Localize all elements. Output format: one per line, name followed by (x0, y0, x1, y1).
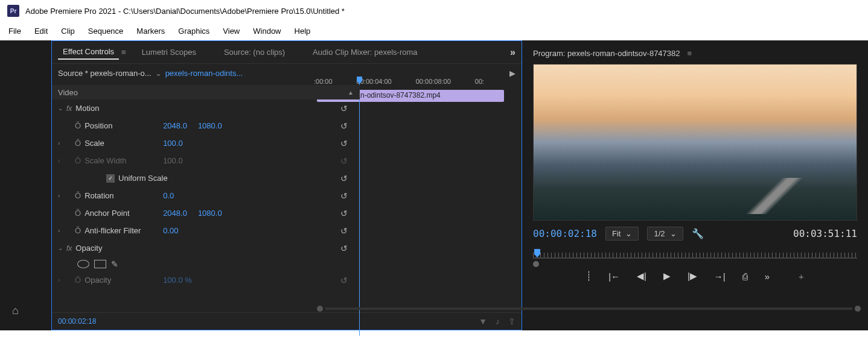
chevron-down-icon[interactable]: ⌄ (58, 245, 66, 251)
play-icon[interactable]: ▶ (663, 271, 671, 282)
panel-menu-icon[interactable]: ≡ (688, 49, 692, 58)
ellipse-mask-icon[interactable] (77, 260, 89, 268)
menu-markers[interactable]: Markers (136, 27, 165, 36)
reset-icon[interactable]: ↺ (340, 174, 348, 183)
tab-lumetri-scopes[interactable]: Lumetri Scopes (137, 45, 201, 59)
export-frame-icon[interactable]: ⎙ (742, 271, 748, 282)
marker-icon[interactable]: ┊ (586, 271, 592, 282)
scale-width-label: Scale Width (85, 156, 163, 165)
reset-icon[interactable]: ↺ (340, 226, 348, 236)
stopwatch-icon[interactable]: Ŏ (75, 226, 81, 235)
reset-icon[interactable]: ↺ (340, 276, 348, 285)
antiflicker-value[interactable]: 0.00 (163, 226, 178, 235)
overflow-icon[interactable]: » (510, 47, 515, 58)
scroll-handle-right[interactable] (855, 306, 861, 312)
reset-icon[interactable]: ↺ (340, 139, 348, 148)
chevron-right-icon[interactable]: › (58, 227, 66, 234)
panel-footer: 00:00:02:18 ▼ ♪ ⇪ (52, 312, 522, 330)
tab-audio-mixer[interactable]: Audio Clip Mixer: pexels-roma (308, 45, 422, 59)
stopwatch-icon[interactable]: Ŏ (75, 276, 81, 285)
menu-sequence[interactable]: Sequence (88, 27, 124, 36)
stopwatch-icon[interactable]: Ŏ (75, 139, 81, 148)
property-opacity-value: › Ŏ Opacity 100.0 % ↺ (52, 271, 360, 289)
panel-menu-icon[interactable]: ≡ (121, 48, 126, 57)
wrench-icon[interactable]: 🔧 (692, 228, 704, 239)
program-title[interactable]: Program: pexels-roman-odintsov-8747382 (533, 49, 680, 58)
stopwatch-icon[interactable]: Ŏ (75, 209, 81, 218)
chevron-right-icon[interactable]: › (58, 192, 66, 199)
effect-opacity[interactable]: ⌄ fx Opacity ↺ (52, 239, 360, 257)
fx-badge[interactable]: fx (66, 104, 72, 113)
program-duration-timecode: 00:03:51:11 (793, 228, 857, 239)
menu-graphics[interactable]: Graphics (178, 27, 209, 36)
home-icon[interactable]: ⌂ (12, 304, 19, 317)
chevron-down-icon[interactable]: ⌄ (58, 105, 66, 112)
scrubber-track[interactable] (533, 257, 857, 259)
video-preview[interactable] (533, 64, 857, 221)
preview-content (724, 178, 832, 214)
music-note-icon[interactable]: ♪ (496, 317, 500, 326)
program-info-row: 00:00:02:18 Fit ⌄ 1/2 ⌄ 🔧 00:03:51:11 (533, 221, 857, 247)
program-scrubber[interactable] (533, 249, 857, 263)
current-timecode[interactable]: 00:00:02:18 (58, 317, 96, 326)
reset-icon[interactable]: ↺ (340, 104, 348, 113)
video-section-header[interactable]: Video ▲ (52, 85, 360, 99)
tab-source[interactable]: Source: (no clips) (219, 45, 290, 59)
stopwatch-icon[interactable]: Ŏ (75, 191, 81, 200)
go-to-out-icon[interactable]: →| (714, 271, 726, 282)
menu-window[interactable]: Window (253, 27, 281, 36)
stopwatch-icon: Ŏ (75, 156, 81, 165)
anchor-x[interactable]: 2048.0 (163, 209, 187, 218)
chevron-down-icon: ⌄ (625, 229, 632, 238)
uniform-scale-checkbox[interactable]: ✓ (106, 174, 115, 183)
chevron-down-icon[interactable]: ⌄ (155, 69, 162, 78)
horizontal-scrollbar[interactable] (317, 306, 861, 311)
effect-motion[interactable]: ⌄ fx Motion ↺ (52, 99, 360, 117)
scroll-track[interactable] (325, 307, 852, 310)
scroll-handle-left[interactable] (317, 306, 323, 312)
menu-clip[interactable]: Clip (61, 27, 74, 36)
reset-icon[interactable]: ↺ (340, 244, 348, 253)
menu-view[interactable]: View (223, 27, 240, 36)
chevron-down-icon: ⌄ (670, 229, 677, 238)
source-label: Source * pexels-roman-o... (58, 69, 152, 78)
workspace: ⌂ Effect Controls ≡ Lumetri Scopes Sourc… (0, 40, 868, 330)
step-forward-icon[interactable]: |▶ (688, 271, 697, 282)
export-icon[interactable]: ⇪ (508, 317, 515, 326)
stopwatch-icon[interactable]: Ŏ (75, 121, 81, 130)
program-current-timecode[interactable]: 00:00:02:18 (533, 228, 597, 239)
scrubber-handle[interactable] (533, 261, 539, 267)
antiflicker-label: Anti-flicker Filter (85, 226, 163, 235)
zoom-select[interactable]: Fit ⌄ (605, 227, 639, 241)
rect-mask-icon[interactable] (94, 260, 106, 268)
filter-icon[interactable]: ▼ (479, 317, 487, 326)
overflow-icon[interactable]: » (765, 271, 770, 282)
reset-icon[interactable]: ↺ (340, 191, 348, 201)
pen-mask-icon[interactable]: ✎ (111, 259, 118, 269)
source-selected[interactable]: pexels-roman-odints... (165, 69, 243, 78)
go-to-in-icon[interactable]: |← (608, 271, 620, 282)
anchor-y[interactable]: 1080.0 (198, 209, 222, 218)
step-back-icon[interactable]: ◀| (637, 271, 646, 282)
scale-value[interactable]: 100.0 (163, 139, 183, 148)
transport-controls: ┊ |← ◀| ▶ |▶ →| ⎙ » + (533, 266, 857, 286)
menu-edit[interactable]: Edit (34, 27, 48, 36)
position-y[interactable]: 1080.0 (198, 121, 222, 130)
resolution-select[interactable]: 1/2 ⌄ (647, 227, 683, 241)
rotation-value[interactable]: 0.0 (163, 191, 174, 200)
play-icon[interactable]: ▶ (509, 69, 515, 78)
add-button-icon[interactable]: + (799, 271, 804, 282)
opacity-value[interactable]: 100.0 % (163, 276, 192, 285)
fx-badge[interactable]: fx (66, 244, 72, 253)
menu-file[interactable]: File (8, 27, 21, 36)
chevron-right-icon[interactable]: › (58, 277, 66, 283)
menu-help[interactable]: Help (295, 27, 311, 36)
rotation-label: Rotation (85, 191, 163, 200)
chevron-right-icon[interactable]: › (58, 140, 66, 146)
tab-effect-controls[interactable]: Effect Controls (58, 45, 119, 60)
left-gutter: ⌂ (0, 40, 51, 330)
reset-icon[interactable]: ↺ (340, 209, 348, 218)
title-bar: Pr Adobe Premiere Pro 2021 - C:\Users\Da… (0, 0, 868, 22)
position-x[interactable]: 2048.0 (163, 121, 187, 130)
reset-icon[interactable]: ↺ (340, 121, 348, 131)
